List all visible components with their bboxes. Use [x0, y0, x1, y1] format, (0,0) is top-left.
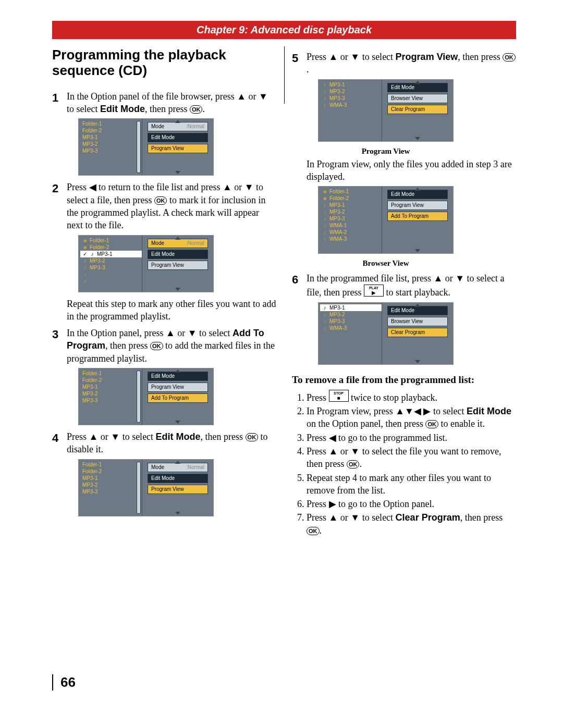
- option-row: Browser View: [387, 317, 448, 326]
- chevron-down-icon: [415, 360, 420, 363]
- list-item: MP3-1: [80, 384, 142, 390]
- list-item: MP3-2: [80, 390, 142, 397]
- option-row-highlighted: Add To Program: [148, 393, 208, 403]
- bold-text: Edit Mode: [156, 431, 201, 442]
- list-item: ♪WMA-2: [320, 229, 382, 236]
- file-list-pane: ♪MP3-1 ♪MP3-2 ♪MP3-3 ♪WMA-3: [319, 303, 382, 364]
- option-pane: Edit Mode Browser View Clear Program: [382, 80, 453, 141]
- option-row: Program View: [387, 201, 448, 210]
- step-number: 4: [52, 430, 67, 446]
- two-column-layout: Programming the playback sequence (CD) 1…: [52, 46, 516, 539]
- option-row-highlighted: Add To Program: [387, 212, 448, 221]
- list-item: ♪WMA-3: [320, 325, 382, 331]
- option-pane: Mode:Normal Edit Mode Program View: [142, 236, 213, 292]
- ui-caption-browser: Browser View: [318, 259, 454, 268]
- text: , then press: [201, 431, 246, 442]
- file-list-pane: Folder-1 Folder-2 MP3-1 MP3-2 MP3-3: [79, 119, 142, 175]
- ui-panel-4: Folder-1 Folder-2 MP3-1 MP3-2 MP3-3 Mode…: [78, 459, 276, 516]
- step-text: Press ▲ or ▼ to select Edit Mode, then p…: [67, 430, 276, 456]
- step-text: In the Option panel, press ▲ or ▼ to sel…: [67, 327, 276, 365]
- step-number: 5: [292, 51, 307, 66]
- manual-page: Chapter 9: Advanced disc playback Progra…: [0, 0, 563, 711]
- list-item: ■Folder-2: [320, 195, 382, 202]
- ok-icon: OK: [246, 433, 259, 441]
- step-number: 6: [292, 272, 307, 288]
- ui-panel-3: Folder-1 Folder-2 MP3-1 MP3-2 MP3-3 Edit…: [78, 368, 276, 425]
- file-browser-ui: ♪MP3-1 ♪MP3-2 ♪MP3-3 ♪WMA-3 Edit Mode Br…: [318, 302, 454, 365]
- option-row-highlighted: Program View: [148, 485, 208, 494]
- step-text: Press ▲ or ▼ to select Program View, the…: [307, 51, 516, 76]
- option-row-selected: Edit Mode: [148, 133, 208, 142]
- ui-caption-program: Program View: [318, 147, 454, 156]
- option-row-selected: Edit Mode: [387, 83, 448, 92]
- text: Press ▲ or ▼ to select: [67, 431, 156, 442]
- option-row: Program View: [148, 382, 208, 392]
- chevron-down-icon: [175, 421, 180, 424]
- step-text: In the Option panel of the file browser,…: [67, 90, 276, 116]
- option-pane: Edit Mode Program View Add To Program: [142, 368, 213, 425]
- option-pane: Edit Mode Program View Add To Program: [382, 187, 453, 253]
- file-list-pane: Folder-1 Folder-2 MP3-1 MP3-2 MP3-3: [79, 460, 142, 516]
- option-row: Mode:Normal: [148, 239, 208, 248]
- ok-icon: OK: [425, 420, 438, 428]
- list-item: Folder-1: [80, 120, 142, 127]
- step-text: Press ◀ to return to the file list and p…: [67, 181, 276, 231]
- option-row: Mode:Normal: [148, 122, 208, 131]
- list-item: ♪: [80, 278, 142, 285]
- file-browser-ui: Folder-1 Folder-2 MP3-1 MP3-2 MP3-3 Edit…: [78, 368, 214, 425]
- list-item: Press ▲ or ▼ to select Clear Program, th…: [307, 511, 516, 537]
- list-item: ♪MP3-2: [320, 88, 382, 95]
- chevron-down-icon: [175, 288, 180, 291]
- file-browser-ui: ■Folder-1 ■Folder-2 ✓♪MP3-1 ♪MP3-2 ♪MP3-…: [78, 235, 214, 292]
- list-item: Press ▶ to go to the Option panel.: [307, 498, 516, 510]
- list-item: Folder-2: [80, 127, 142, 134]
- text: , then press: [105, 340, 150, 351]
- list-item: ■Folder-2: [80, 244, 142, 251]
- step-number: 1: [52, 90, 67, 106]
- chevron-down-icon: [415, 249, 420, 252]
- option-row-selected: Edit Mode: [148, 474, 208, 483]
- chevron-up-icon: [175, 237, 180, 240]
- ui-panel-browser: ■Folder-1 ■Folder-2 ♪MP3-1 ♪MP3-2 ♪MP3-3…: [318, 186, 516, 254]
- chevron-up-icon: [415, 188, 420, 191]
- list-item: Folder-2: [80, 468, 142, 475]
- file-list-pane: ■Folder-1 ■Folder-2 ♪MP3-1 ♪MP3-2 ♪MP3-3…: [319, 187, 382, 253]
- file-browser-ui: Folder-1 Folder-2 MP3-1 MP3-2 MP3-3 Mode…: [78, 118, 214, 176]
- file-browser-ui: ♪MP3-1 ♪MP3-2 ♪MP3-3 ♪WMA-3 Edit Mode Br…: [318, 79, 454, 142]
- list-item: ♪WMA-3: [320, 102, 382, 108]
- option-row: Program View: [148, 261, 208, 270]
- list-item-selected: ♪MP3-1: [320, 304, 382, 311]
- bold-text: Program View: [396, 52, 458, 62]
- list-item: ♪MP3-3: [320, 215, 382, 222]
- list-item: MP3-2: [80, 482, 142, 488]
- text: , then press: [458, 52, 503, 62]
- paragraph: In Program view, only the files you adde…: [307, 158, 516, 183]
- step-text: In the programmed file list, press ▲ or …: [307, 272, 516, 299]
- list-item: ♪MP3-3: [320, 95, 382, 102]
- chevron-up-icon: [175, 369, 180, 373]
- section-title: Programming the playback sequence (CD): [52, 47, 276, 79]
- paragraph: Repeat this step to mark any other files…: [67, 298, 276, 323]
- list-item: ♪WMA-1: [320, 222, 382, 229]
- option-pane: Mode:Normal Edit Mode Program View: [142, 460, 213, 516]
- chevron-up-icon: [415, 304, 420, 307]
- list-item: ♪: [80, 271, 142, 278]
- list-item: ♪MP3-2: [80, 257, 142, 264]
- remove-heading: To remove a file from the programmed lis…: [292, 374, 516, 386]
- option-row-highlighted: Program View: [148, 144, 208, 153]
- step-3: 3 In the Option panel, press ▲ or ▼ to s…: [52, 327, 276, 365]
- step-2: 2 Press ◀ to return to the file list and…: [52, 181, 276, 231]
- step-5: 5 Press ▲ or ▼ to select Program View, t…: [292, 51, 516, 76]
- list-item: ♪MP3-3: [80, 264, 142, 271]
- page-number: 66: [52, 674, 76, 690]
- text: Press ▲ or ▼ to select: [307, 52, 396, 62]
- ok-icon: OK: [503, 53, 516, 61]
- chevron-down-icon: [175, 171, 180, 174]
- ui-panel-1: Folder-1 Folder-2 MP3-1 MP3-2 MP3-3 Mode…: [78, 118, 276, 176]
- ok-icon: OK: [347, 460, 360, 468]
- chevron-down-icon: [415, 137, 420, 140]
- chapter-header: Chapter 9: Advanced disc playback: [52, 21, 516, 39]
- ui-panel-5: ♪MP3-1 ♪MP3-2 ♪MP3-3 ♪WMA-3 Edit Mode Br…: [318, 79, 516, 142]
- list-item: Repeat step 4 to mark any other files yo…: [307, 472, 516, 497]
- list-item: ♪WMA-3: [320, 236, 382, 242]
